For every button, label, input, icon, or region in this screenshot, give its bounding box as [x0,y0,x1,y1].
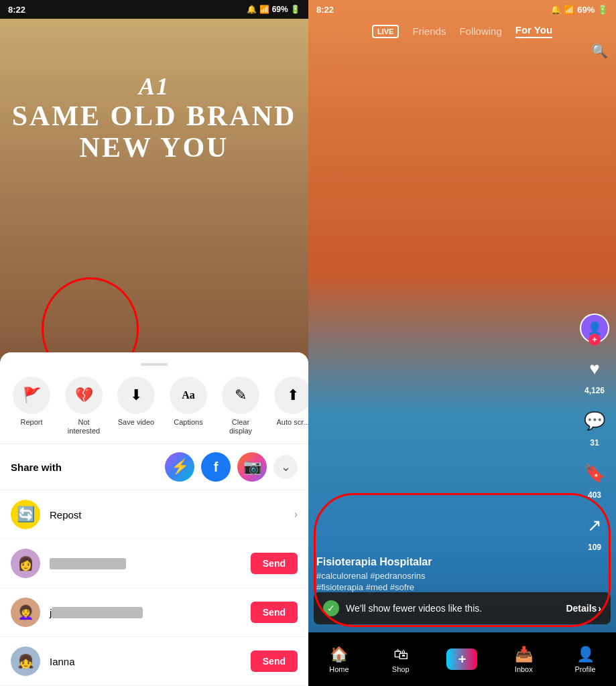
toast-check-icon: ✓ [323,600,339,616]
heart-icon: ♥ [589,358,599,379]
follow-plus-badge: + [589,334,601,346]
like-button[interactable]: ♥ [580,354,609,383]
plus-icon: + [458,652,467,667]
right-signal-icon: 📶 [564,5,574,15]
nav-inbox[interactable]: 📥 Inbox [493,646,554,673]
creator-avatar[interactable]: 👤 + [580,314,609,343]
not-interested-button[interactable]: 💔 Notinterested [60,376,107,435]
bookmark-button[interactable]: 🔖 [580,458,609,488]
battery-level: 69% 🔋 [272,5,300,14]
not-interested-label: Notinterested [68,418,100,435]
shop-label: Shop [392,665,410,673]
share-button[interactable]: ↗ [580,510,609,540]
captions-button[interactable]: Aa Captions [165,376,212,427]
report-label: Report [20,418,42,427]
auto-scroll-button[interactable]: ⬆ Auto scr... [269,376,308,427]
tab-for-you[interactable]: For You [515,24,552,38]
video-text-overlay: A1 SAME OLD BRAND NEW YOU [0,72,308,163]
right-top-nav: LIVE Friends Following For You 🔍 [308,19,616,44]
comment-icon: 💬 [584,411,605,431]
toast-details-button[interactable]: Details › [566,603,601,614]
live-badge[interactable]: LIVE [372,25,399,38]
messenger-button[interactable]: ⚡ [165,452,194,482]
share-count: 109 [588,543,601,552]
comment-count: 31 [590,438,599,448]
comment-button[interactable]: 💬 [580,406,609,435]
contact3-avatar: 👧 [11,646,40,676]
more-share-button[interactable]: ⌄ [273,455,298,479]
contact1-avatar: 👩 [11,549,40,578]
contact3-item: 👧 Ianna Send [0,637,308,686]
clear-display-label: Cleardisplay [229,418,252,435]
clear-display-button[interactable]: ✎ Cleardisplay [217,376,264,435]
right-alarm-icon: 🔔 [550,5,561,15]
contact2-send-button[interactable]: Send [251,602,298,623]
left-time: 8:22 [8,5,25,15]
download-icon: ⬇ [130,387,142,404]
left-panel: 8:22 🔔 📶 69% 🔋 A1 SAME OLD BRAND NEW YOU… [0,0,308,686]
instagram-icon: 📷 [243,458,261,476]
contact2-item: 👩‍🦱 j████████████ Send [0,588,308,637]
right-status-bar: 8:22 🔔 📶 69% 🔋 [308,0,616,19]
repost-item[interactable]: 🔄 Repost › [0,490,308,539]
right-time: 8:22 [316,5,334,15]
left-status-icons: 🔔 📶 69% 🔋 [247,5,300,14]
clear-icon: ✎ [235,387,247,404]
bookmark-count: 403 [588,490,601,500]
video-info: Fisioterapia Hospitalar #calculorenal #p… [316,556,576,592]
share-social-icons: ⚡ f 📷 ⌄ [165,452,298,482]
home-icon: 🏠 [330,646,348,663]
creator-avatar-item: 👤 + [580,314,609,343]
search-icon[interactable]: 🔍 [591,43,608,59]
tab-friends[interactable]: Friends [412,25,446,37]
contact2-avatar-image: 👩‍🦱 [11,598,40,627]
video-line1: A1 [0,72,308,100]
chevron-down-icon: ⌄ [281,460,291,474]
contact3-send-button[interactable]: Send [251,650,298,672]
contact1-item: 👩 ██████████ Send [0,539,308,588]
save-video-label: Save video [118,418,154,427]
nav-shop[interactable]: 🛍 Shop [370,646,432,673]
contact1-name: ██████████ [50,558,241,569]
contact3-name: Ianna [50,656,241,667]
contact1-avatar-image: 👩 [11,549,40,578]
facebook-icon: f [214,460,219,475]
captions-label: Captions [174,418,202,427]
action-buttons-row: 🚩 Report 💔 Notinterested ⬇ Save video [0,376,308,443]
create-plus-button[interactable]: + [446,648,477,670]
save-video-button[interactable]: ⬇ Save video [113,376,160,427]
details-label: Details [566,603,597,614]
details-arrow-icon: › [598,603,601,614]
instagram-button[interactable]: 📷 [237,452,267,482]
comment-action: 💬 31 [580,406,609,448]
share-icon: ↗ [587,515,602,536]
auto-scroll-icon: ⬆ [287,387,299,404]
share-action: ↗ 109 [580,510,609,552]
share-list: 🔄 Repost › 👩 ██████████ Send 👩‍🦱 [0,490,308,686]
shop-icon: 🛍 [393,646,408,663]
right-battery: 69% 🔋 [577,5,608,15]
nav-profile[interactable]: 👤 Profile [554,646,616,673]
like-count: 4,126 [584,386,605,395]
auto-scroll-icon-circle: ⬆ [274,376,308,414]
clear-display-icon-circle: ✎ [222,376,259,414]
not-interested-icon-circle: 💔 [65,376,103,414]
save-video-icon-circle: ⬇ [117,376,155,414]
like-action: ♥ 4,126 [580,354,609,395]
tab-following[interactable]: Following [459,25,501,37]
profile-icon: 👤 [576,646,595,663]
contact2-avatar: 👩‍🦱 [11,598,40,627]
report-button[interactable]: 🚩 Report [8,376,55,427]
nav-create[interactable]: + [432,648,493,670]
captions-text-icon: Aa [182,389,195,401]
drag-handle [141,363,168,366]
alarm-icon: 🔔 [247,5,257,14]
video-line3: NEW YOU [0,131,308,163]
captions-icon-circle: Aa [170,376,207,414]
contact1-send-button[interactable]: Send [251,553,298,574]
signal-icon: 📶 [259,5,269,14]
facebook-button[interactable]: f [201,452,231,482]
contact3-avatar-image: 👧 [11,646,40,676]
profile-label: Profile [574,665,595,673]
nav-home[interactable]: 🏠 Home [308,646,370,673]
